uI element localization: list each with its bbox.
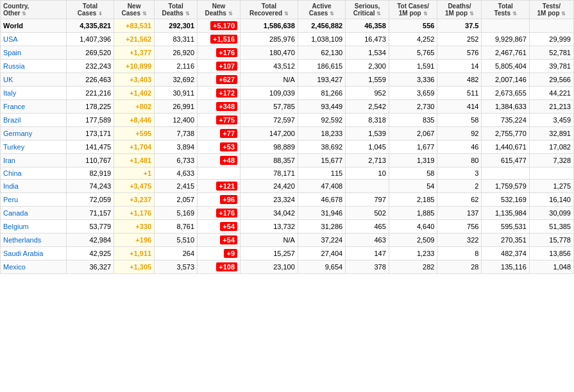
- country-cell[interactable]: Peru: [1, 193, 67, 207]
- country-link[interactable]: Netherlands: [3, 236, 41, 244]
- total-deaths-cell: 83,311: [155, 33, 198, 46]
- total-deaths-cell: 5,169: [155, 207, 198, 220]
- serious-critical-cell: 16,473: [346, 33, 389, 46]
- tests-1m-cell: 21,213: [529, 100, 573, 114]
- country-link[interactable]: Canada: [3, 209, 28, 217]
- deaths-1m-cell: 58: [437, 114, 482, 127]
- new-deaths-cell: +108: [198, 260, 241, 274]
- country-cell[interactable]: Mexico: [1, 260, 67, 274]
- deaths-1m-cell: 28: [437, 260, 482, 274]
- deaths-1m-cell: 8: [437, 247, 482, 260]
- country-link[interactable]: France: [3, 103, 25, 110]
- col-header-deaths-1m[interactable]: Deaths/1M pop ⇅: [437, 1, 482, 19]
- col-header-total-cases[interactable]: TotalCases ⬇: [66, 1, 114, 19]
- country-link[interactable]: Belgium: [3, 223, 29, 230]
- country-cell[interactable]: Germany: [1, 127, 67, 141]
- total-cases-cell: 42,984: [66, 234, 114, 247]
- serious-critical-cell: 1,559: [346, 73, 389, 87]
- total-recovered-cell: 147,200: [241, 127, 298, 141]
- country-cell[interactable]: India: [1, 180, 67, 193]
- col-header-active-cases[interactable]: ActiveCases ⇅: [298, 1, 345, 19]
- country-cell[interactable]: USA: [1, 33, 67, 46]
- country-cell[interactable]: Brazil: [1, 114, 67, 127]
- country-cell[interactable]: Spain: [1, 46, 67, 60]
- total-cases-cell: 232,243: [66, 60, 114, 73]
- col-header-new-cases[interactable]: NewCases ⇅: [114, 1, 155, 19]
- country-link[interactable]: China: [3, 169, 22, 177]
- serious-critical-cell: 1,534: [346, 46, 389, 60]
- deaths-1m-cell: 414: [437, 100, 482, 114]
- table-row: Canada71,157+1,1765,169+17634,04231,9465…: [1, 207, 574, 220]
- col-header-new-deaths[interactable]: NewDeaths ⇅: [198, 1, 241, 19]
- tests-1m-cell: 16,140: [529, 193, 573, 207]
- new-cases-cell: +3,237: [114, 193, 155, 207]
- country-cell: World: [1, 19, 67, 33]
- col-header-country[interactable]: Country,Other ⇅: [1, 1, 67, 19]
- country-link[interactable]: Mexico: [3, 263, 26, 271]
- deaths-1m-cell: 80: [437, 154, 482, 167]
- tot-cases-1m-cell: 54: [389, 180, 437, 193]
- country-link[interactable]: USA: [3, 35, 18, 43]
- country-link[interactable]: Peru: [3, 196, 18, 203]
- table-row: UK226,463+3,40332,692+627N/A193,4271,559…: [1, 73, 574, 87]
- country-link[interactable]: Brazil: [3, 116, 21, 124]
- country-cell[interactable]: Russia: [1, 60, 67, 73]
- deaths-1m-cell: 3: [437, 167, 482, 180]
- new-cases-cell: +10,899: [114, 60, 155, 73]
- country-link[interactable]: Saudi Arabia: [3, 250, 43, 257]
- col-header-total-deaths[interactable]: TotalDeaths ⇅: [155, 1, 198, 19]
- active-cases-cell: 27,404: [298, 247, 345, 260]
- country-cell[interactable]: China: [1, 167, 67, 180]
- country-cell[interactable]: Belgium: [1, 220, 67, 234]
- total-tests-cell: 2,467,761: [482, 46, 529, 60]
- tot-cases-1m-cell: 1,677: [389, 141, 437, 154]
- table-header-row: Country,Other ⇅ TotalCases ⬇ NewCases ⇅ …: [1, 1, 574, 19]
- total-deaths-cell: 30,911: [155, 87, 198, 100]
- country-link[interactable]: Italy: [3, 89, 16, 97]
- tests-1m-cell: 3,459: [529, 114, 573, 127]
- total-cases-cell: 53,779: [66, 220, 114, 234]
- deaths-1m-cell: 37.5: [437, 19, 482, 33]
- country-cell[interactable]: France: [1, 100, 67, 114]
- country-cell[interactable]: UK: [1, 73, 67, 87]
- country-cell[interactable]: Italy: [1, 87, 67, 100]
- new-cases-cell: +21,562: [114, 33, 155, 46]
- new-cases-cell: +330: [114, 220, 155, 234]
- total-cases-cell: 226,463: [66, 73, 114, 87]
- col-header-tot-cases-1m[interactable]: Tot Cases/1M pop ⇅: [389, 1, 437, 19]
- total-cases-cell: 177,589: [66, 114, 114, 127]
- new-cases-cell: +1,305: [114, 260, 155, 274]
- country-cell[interactable]: Turkey: [1, 141, 67, 154]
- col-header-total-recovered[interactable]: TotalRecovered ⇅: [241, 1, 298, 19]
- active-cases-cell: 81,266: [298, 87, 345, 100]
- new-cases-cell: +1,402: [114, 87, 155, 100]
- total-tests-cell: 482,374: [482, 247, 529, 260]
- country-link[interactable]: Iran: [3, 157, 15, 164]
- country-cell[interactable]: Iran: [1, 154, 67, 167]
- active-cases-cell: 18,233: [298, 127, 345, 141]
- country-link[interactable]: Turkey: [3, 143, 24, 151]
- total-deaths-cell: 2,057: [155, 193, 198, 207]
- tot-cases-1m-cell: 4,640: [389, 220, 437, 234]
- country-cell[interactable]: Netherlands: [1, 234, 67, 247]
- country-link[interactable]: Spain: [3, 49, 21, 56]
- country-cell[interactable]: Canada: [1, 207, 67, 220]
- table-row: Mexico36,327+1,3053,573+10823,1009,65437…: [1, 260, 574, 274]
- active-cases-cell: 47,408: [298, 180, 345, 193]
- country-link[interactable]: Germany: [3, 130, 32, 137]
- tot-cases-1m-cell: 2,067: [389, 127, 437, 141]
- tests-1m-cell: 39,781: [529, 60, 573, 73]
- col-header-tests-1m[interactable]: Tests/1M pop ⇅: [529, 1, 573, 19]
- country-link[interactable]: India: [3, 182, 19, 190]
- deaths-1m-cell: 322: [437, 234, 482, 247]
- tests-1m-cell: 13,856: [529, 247, 573, 260]
- country-link[interactable]: UK: [3, 76, 13, 83]
- deaths-1m-cell: 137: [437, 207, 482, 220]
- table-row: World4,335,821+83,531292,301+5,1701,586,…: [1, 19, 574, 33]
- col-header-total-tests[interactable]: TotalTests ⇅: [482, 1, 529, 19]
- col-header-serious-critical[interactable]: Serious,Critical ⇅: [346, 1, 389, 19]
- country-link[interactable]: Russia: [3, 62, 25, 70]
- serious-critical-cell: 10: [346, 167, 389, 180]
- tests-1m-cell: 29,566: [529, 73, 573, 87]
- country-cell[interactable]: Saudi Arabia: [1, 247, 67, 260]
